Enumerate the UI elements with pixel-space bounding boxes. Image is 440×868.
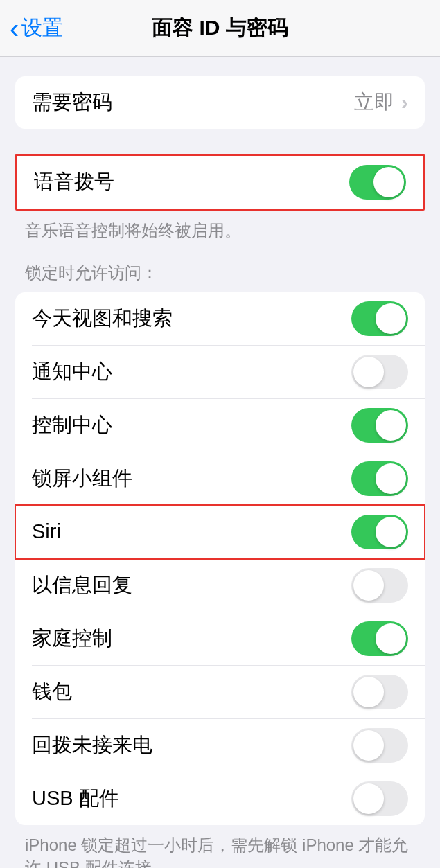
page-title: 面容 ID 与密码 [152,14,288,42]
toggle-knob [376,303,406,334]
lock-access-toggle[interactable] [351,728,408,763]
lock-access-toggle[interactable] [351,355,408,389]
toggle-knob [353,357,384,387]
lock-access-toggle[interactable] [351,408,408,443]
lock-access-toggle[interactable] [351,781,408,816]
lock-access-row: USB 配件 [15,772,425,825]
lock-access-toggle[interactable] [351,461,408,496]
lock-access-row: 回拨未接来电 [15,719,425,772]
require-passcode-row[interactable]: 需要密码 立即 › [15,76,425,129]
lock-access-label: Siri [32,520,351,543]
lock-access-label: 今天视图和搜索 [32,305,351,333]
lock-access-row: 以信息回复 [15,559,425,612]
voice-dial-footer: 音乐语音控制将始终被启用。 [0,211,440,242]
require-passcode-value: 立即 [354,89,394,116]
lock-access-toggle[interactable] [351,515,408,549]
lock-access-label: 以信息回复 [32,572,351,599]
lock-access-toggle[interactable] [351,675,408,709]
lock-access-toggle[interactable] [351,301,408,336]
lock-access-label: 控制中心 [32,411,351,439]
voice-dial-group: 语音拨号 [15,154,425,211]
lock-access-toggle[interactable] [351,621,408,656]
lock-access-label: USB 配件 [32,785,351,813]
lock-access-row: 通知中心 [15,346,425,398]
lock-access-row: 控制中心 [15,399,425,452]
lock-section-footer: iPhone 锁定超过一小时后，需先解锁 iPhone 才能允许 USB 配件连… [0,825,440,868]
lock-access-label: 回拨未接来电 [32,732,351,759]
toggle-knob [376,623,406,654]
require-passcode-group: 需要密码 立即 › [15,76,425,129]
lock-access-label: 家庭控制 [32,625,351,653]
lock-access-label: 锁屏小组件 [32,465,351,493]
lock-access-row: 钱包 [15,666,425,718]
voice-dial-label: 语音拨号 [34,168,349,196]
lock-access-row: Siri [15,506,425,558]
require-passcode-label: 需要密码 [32,89,354,116]
lock-access-label: 钱包 [32,678,351,706]
chevron-left-icon: ‹ [10,15,19,42]
toggle-knob [353,783,384,814]
lock-access-label: 通知中心 [32,358,351,386]
toggle-knob [353,730,384,761]
lock-access-row: 今天视图和搜索 [15,292,425,345]
toggle-knob [353,570,384,601]
lock-access-group: 今天视图和搜索通知中心控制中心锁屏小组件Siri以信息回复家庭控制钱包回拨未接来… [15,292,425,825]
voice-dial-toggle[interactable] [349,165,406,200]
toggle-knob [353,677,384,707]
chevron-right-icon: › [401,91,408,114]
back-button[interactable]: ‹ 设置 [10,14,63,42]
toggle-knob [376,463,406,494]
lock-access-row: 家庭控制 [15,612,425,665]
navigation-header: ‹ 设置 面容 ID 与密码 [0,0,440,57]
toggle-knob [376,410,406,441]
back-label: 设置 [21,14,63,42]
toggle-knob [373,167,404,197]
voice-dial-row: 语音拨号 [17,156,423,209]
lock-access-toggle[interactable] [351,568,408,603]
toggle-knob [376,517,406,547]
lock-section-header: 锁定时允许访问： [0,262,440,292]
lock-access-row: 锁屏小组件 [15,452,425,505]
